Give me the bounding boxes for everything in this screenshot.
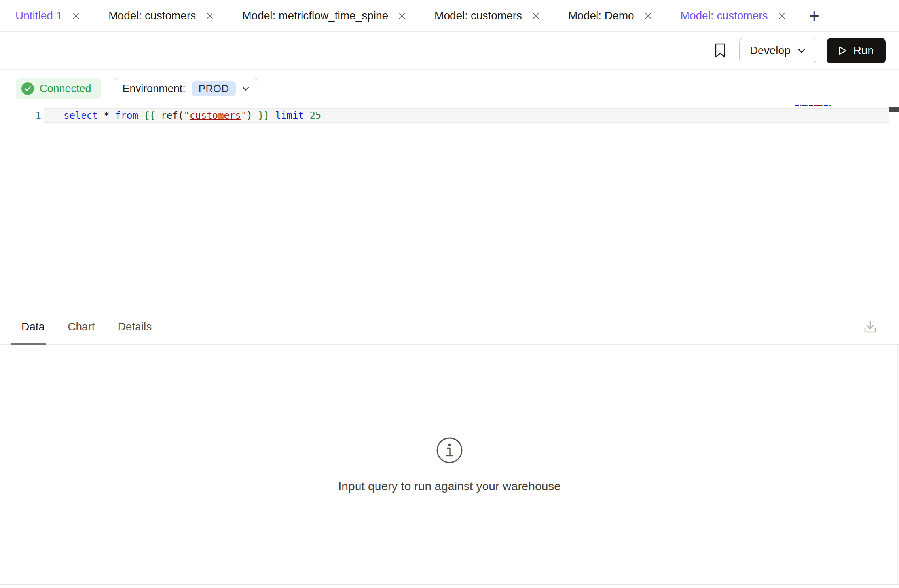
editor-current-line-row: 1 select * from {{ ref("customers") }} l… xyxy=(0,108,899,123)
tab-label: Model: Demo xyxy=(568,9,634,22)
environment-value-badge: PROD xyxy=(192,81,236,96)
develop-button[interactable]: Develop xyxy=(739,38,816,63)
code-token: * xyxy=(98,110,115,121)
tab-model-customers-1[interactable]: Model: customers xyxy=(94,0,228,31)
tab-label: Model: customers xyxy=(434,9,522,22)
code-token-model-link[interactable]: customers xyxy=(190,110,241,121)
editor-status-row: Connected Environment: PROD xyxy=(16,78,899,99)
header-toolbar: Develop Run xyxy=(0,32,899,70)
develop-button-label: Develop xyxy=(750,44,791,57)
ide-window: Untitled 1 Model: customers Model: metri… xyxy=(0,0,899,588)
tab-model-metricflow-time-spine[interactable]: Model: metricflow_time_spine xyxy=(228,0,420,31)
code-token: " xyxy=(184,110,189,121)
close-icon[interactable] xyxy=(643,11,653,21)
code-line[interactable]: select * from {{ ref("customers") }} lim… xyxy=(64,108,321,123)
code-token: }} xyxy=(258,110,269,121)
code-token: ) xyxy=(247,110,258,121)
tab-chart[interactable]: Chart xyxy=(68,321,95,333)
empty-state-message: Input query to run against your warehous… xyxy=(338,480,561,493)
line-number: 1 xyxy=(0,108,41,123)
connection-status-badge: Connected xyxy=(16,78,101,99)
new-tab-button[interactable]: + xyxy=(800,0,829,31)
tab-details[interactable]: Details xyxy=(118,321,152,333)
bookmark-icon[interactable] xyxy=(711,42,729,59)
connection-status-label: Connected xyxy=(40,83,91,95)
editor-minimap[interactable] xyxy=(795,105,832,110)
tab-model-customers-2[interactable]: Model: customers xyxy=(420,0,554,31)
code-token xyxy=(304,110,309,121)
play-icon xyxy=(838,46,847,55)
code-token: select xyxy=(64,110,98,121)
window-scrollbar-track xyxy=(897,345,898,584)
close-icon[interactable] xyxy=(531,11,541,21)
close-icon[interactable] xyxy=(777,11,787,21)
code-token: ref( xyxy=(155,110,184,121)
editor-scrollbar-thumb[interactable] xyxy=(889,107,899,112)
environment-select[interactable]: Environment: PROD xyxy=(114,78,258,99)
tab-data[interactable]: Data xyxy=(21,321,45,333)
code-token xyxy=(269,110,275,121)
code-token xyxy=(138,110,144,121)
tab-label: Model: customers xyxy=(681,9,768,22)
close-icon[interactable] xyxy=(397,11,407,21)
close-icon[interactable] xyxy=(205,11,215,21)
editor-scrollbar-track xyxy=(889,107,889,309)
code-token: limit xyxy=(275,110,304,121)
tab-label: Model: customers xyxy=(108,9,196,22)
code-token: from xyxy=(115,110,138,121)
run-button-label: Run xyxy=(853,44,874,57)
chevron-down-icon xyxy=(242,87,249,91)
tab-model-demo[interactable]: Model: Demo xyxy=(554,0,666,31)
editor-tab-bar: Untitled 1 Model: customers Model: metri… xyxy=(0,0,899,32)
bottom-margin xyxy=(0,585,899,588)
code-token: " xyxy=(241,110,247,121)
chevron-down-icon xyxy=(798,48,806,53)
tab-label: Model: metricflow_time_spine xyxy=(242,9,388,22)
check-circle-icon xyxy=(21,82,34,95)
results-tab-bar: Data Chart Details xyxy=(0,309,899,345)
tab-model-customers-3[interactable]: Model: customers xyxy=(666,0,800,31)
close-icon[interactable] xyxy=(71,11,81,21)
plus-icon: + xyxy=(809,5,819,27)
environment-label: Environment: xyxy=(123,83,186,95)
tab-untitled-1[interactable]: Untitled 1 xyxy=(0,0,94,31)
download-button[interactable] xyxy=(861,318,879,336)
code-token: {{ xyxy=(144,110,155,121)
run-button[interactable]: Run xyxy=(827,38,886,63)
info-icon xyxy=(435,436,464,465)
sql-editor-pane: Connected Environment: PROD 1 select * f… xyxy=(0,70,899,309)
tab-label: Untitled 1 xyxy=(15,9,62,22)
download-icon xyxy=(862,319,878,335)
results-panel: Input query to run against your warehous… xyxy=(0,345,899,585)
code-token: 25 xyxy=(309,110,321,121)
